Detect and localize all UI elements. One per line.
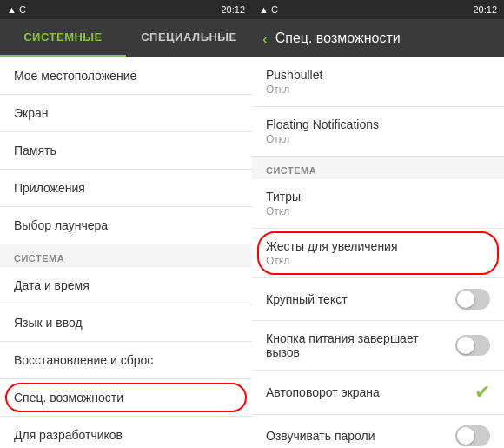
right-header-title: Спец. возможности [275, 30, 401, 46]
pushbullet-title: Pushbullet [266, 68, 490, 82]
menu-language[interactable]: Язык и ввод [0, 304, 252, 342]
powerbutton-toggle[interactable] [455, 335, 490, 356]
right-status-left-icons: ▲ C [259, 4, 278, 15]
right-item-bigtext[interactable]: Крупный текст [252, 278, 504, 321]
menu-accessibility[interactable]: Спец. возможности [0, 379, 252, 417]
menu-screen[interactable]: Экран [0, 95, 252, 132]
captions-title: Титры [266, 190, 490, 204]
speakpwd-label: Озвучивать пароли [266, 429, 375, 443]
menu-memory[interactable]: Память [0, 132, 252, 170]
bigtext-label: Крупный текст [266, 292, 348, 306]
right-status-bar: ▲ C 20:12 [252, 0, 504, 19]
left-tab-bar: СИСТЕМНЫЕ СПЕЦИАЛЬНЫЕ [0, 19, 252, 57]
right-status-time: 20:12 [473, 4, 497, 15]
tab-special[interactable]: СПЕЦИАЛЬНЫЕ [126, 19, 252, 57]
menu-apps[interactable]: Приложения [0, 170, 252, 207]
right-item-captions[interactable]: Титры Откл [252, 179, 504, 229]
floating-title: Floating Notifications [266, 117, 490, 131]
right-item-speakpwd[interactable]: Озвучивать пароли [252, 415, 504, 448]
floating-sub: Откл [266, 133, 490, 145]
autorotate-check-icon: ✔ [474, 381, 490, 404]
speakpwd-toggle[interactable] [455, 425, 490, 446]
right-list: Pushbullet Откл Floating Notifications О… [252, 57, 504, 448]
autorotate-label: Автоповорот экрана [266, 385, 380, 399]
left-status-time: 20:12 [221, 4, 245, 15]
right-header: ‹ Спец. возможности [252, 19, 504, 57]
captions-sub: Откл [266, 205, 490, 217]
menu-launcher[interactable]: Выбор лаунчера [0, 207, 252, 244]
left-system-section: СИСТЕМА [0, 244, 252, 267]
right-item-gestures[interactable]: Жесты для увеличения Откл [252, 229, 504, 278]
back-button[interactable]: ‹ [262, 29, 269, 49]
pushbullet-sub: Откл [266, 84, 490, 96]
left-status-bar: ▲ C 20:12 [0, 0, 252, 19]
left-menu-list: Мое местоположение Экран Память Приложен… [0, 57, 252, 448]
menu-location[interactable]: Мое местоположение [0, 57, 252, 95]
gestures-title: Жесты для увеличения [266, 239, 490, 253]
right-item-powerbutton[interactable]: Кнопка питания завершает вызов [252, 321, 504, 371]
bigtext-toggle[interactable] [455, 289, 490, 310]
right-item-pushbullet[interactable]: Pushbullet Откл [252, 57, 504, 107]
menu-datetime[interactable]: Дата и время [0, 267, 252, 304]
right-item-floating[interactable]: Floating Notifications Откл [252, 107, 504, 157]
right-panel: ▲ C 20:12 ‹ Спец. возможности Pushbullet… [252, 0, 504, 448]
left-panel: ▲ C 20:12 СИСТЕМНЫЕ СПЕЦИАЛЬНЫЕ Мое мест… [0, 0, 252, 448]
gestures-sub: Откл [266, 255, 490, 267]
menu-developer[interactable]: Для разработчиков [0, 417, 252, 448]
tab-system[interactable]: СИСТЕМНЫЕ [0, 19, 126, 57]
left-status-left-icons: ▲ C [7, 4, 26, 15]
right-system-section: СИСТЕМА [252, 157, 504, 179]
menu-restore[interactable]: Восстановление и сброс [0, 342, 252, 379]
right-item-autorotate[interactable]: Автоповорот экрана ✔ [252, 371, 504, 415]
powerbutton-label: Кнопка питания завершает вызов [266, 331, 455, 359]
